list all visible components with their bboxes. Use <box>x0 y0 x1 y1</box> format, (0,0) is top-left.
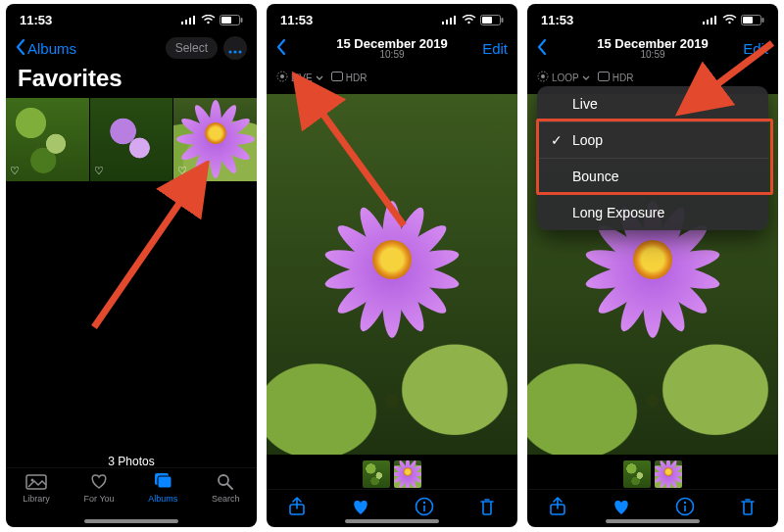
wifi-icon <box>201 15 216 24</box>
svg-point-8 <box>228 50 231 53</box>
heart-icon <box>611 503 632 519</box>
tab-search[interactable]: Search <box>212 472 240 504</box>
svg-point-4 <box>207 22 209 24</box>
info-button[interactable] <box>675 497 695 520</box>
svg-rect-21 <box>454 16 456 24</box>
tab-albums[interactable]: Albums <box>148 472 177 504</box>
favorite-button[interactable] <box>611 497 632 520</box>
chevron-left-icon <box>537 39 547 58</box>
back-button[interactable] <box>537 39 547 58</box>
edit-button[interactable]: Edit <box>482 40 508 57</box>
nav-bar: Albums Select <box>6 31 257 65</box>
svg-point-31 <box>423 502 425 504</box>
share-icon <box>288 503 306 519</box>
filmstrip-thumb[interactable] <box>363 460 390 488</box>
tab-library[interactable]: Library <box>23 472 50 504</box>
phone-photo-detail: 11:53 15 December 2019 10:59 Edit LIVE H… <box>267 4 517 527</box>
annotation-arrow <box>674 39 778 127</box>
status-time: 11:53 <box>541 13 573 27</box>
status-right <box>181 15 243 25</box>
photo-time: 10:59 <box>267 49 517 60</box>
svg-point-27 <box>280 74 284 78</box>
status-time: 11:53 <box>20 13 52 27</box>
hdr-badge: HDR <box>598 72 634 83</box>
info-icon <box>415 503 434 519</box>
chevron-left-icon <box>16 39 25 58</box>
svg-rect-44 <box>598 73 609 81</box>
phone-live-menu: 11:53 15 December 2019 10:59 Edit LOOP H… <box>527 4 778 527</box>
svg-point-22 <box>467 22 469 24</box>
status-bar: 11:53 <box>267 4 517 31</box>
menu-label: Live <box>572 96 598 112</box>
home-indicator[interactable] <box>84 519 178 523</box>
chevron-down-icon <box>582 73 590 83</box>
filmstrip-thumb[interactable] <box>394 460 421 488</box>
svg-rect-24 <box>482 17 492 24</box>
svg-point-38 <box>728 22 730 24</box>
favorite-thumbnail[interactable]: ♡ <box>6 98 89 181</box>
svg-rect-34 <box>703 22 705 24</box>
menu-item-long-exposure[interactable]: Long Exposure <box>537 195 768 230</box>
page-title: Favorites <box>6 65 257 98</box>
filmstrip <box>267 460 517 488</box>
nav-bar: 15 December 2019 10:59 Edit <box>267 31 517 65</box>
filmstrip-thumb[interactable] <box>655 460 682 488</box>
status-right <box>442 15 504 25</box>
live-icon <box>537 71 549 84</box>
svg-line-49 <box>686 43 772 108</box>
more-button[interactable] <box>223 36 247 60</box>
trash-button[interactable] <box>739 497 757 520</box>
filmstrip-thumb[interactable] <box>623 460 651 488</box>
signal-icon <box>181 15 197 24</box>
tab-foryou[interactable]: For You <box>84 472 115 504</box>
svg-rect-1 <box>185 20 187 24</box>
wifi-icon <box>722 15 737 24</box>
svg-rect-36 <box>710 18 712 24</box>
share-icon <box>549 503 566 519</box>
live-badge[interactable]: LOOP <box>537 71 590 84</box>
svg-point-47 <box>684 502 686 504</box>
svg-line-16 <box>227 484 232 489</box>
svg-rect-6 <box>221 17 231 24</box>
trash-button[interactable] <box>478 497 496 520</box>
share-button[interactable] <box>549 497 566 520</box>
trash-icon <box>739 503 757 519</box>
annotation-arrow <box>286 69 423 245</box>
home-indicator[interactable] <box>345 519 439 523</box>
annotation-arrow <box>84 161 221 337</box>
library-icon <box>25 472 47 492</box>
ellipsis-icon <box>228 40 242 57</box>
signal-icon <box>442 15 458 24</box>
back-button[interactable] <box>276 39 286 58</box>
favorite-button[interactable] <box>350 497 371 520</box>
annotation-frame <box>536 119 773 195</box>
svg-rect-7 <box>241 18 243 23</box>
back-label: Albums <box>27 40 76 57</box>
home-indicator[interactable] <box>606 519 700 523</box>
chevron-left-icon <box>276 39 286 58</box>
svg-rect-25 <box>502 18 504 23</box>
select-button[interactable]: Select <box>166 37 218 59</box>
svg-point-10 <box>238 50 241 53</box>
svg-rect-19 <box>446 20 448 24</box>
tab-label: Library <box>23 494 50 504</box>
tab-bar: Library For You Albums Search <box>6 467 257 527</box>
status-right <box>703 15 764 25</box>
albums-icon <box>152 472 173 492</box>
svg-rect-35 <box>707 20 709 24</box>
menu-label: Long Exposure <box>572 205 664 220</box>
info-button[interactable] <box>415 497 434 520</box>
svg-line-17 <box>94 170 202 327</box>
svg-rect-3 <box>193 16 195 24</box>
share-button[interactable] <box>288 497 306 520</box>
back-button[interactable]: Albums <box>16 39 76 58</box>
svg-line-33 <box>300 82 404 225</box>
photo-title: 15 December 2019 10:59 <box>267 36 517 60</box>
battery-icon <box>480 15 504 25</box>
heart-icon <box>350 503 371 519</box>
svg-rect-41 <box>762 18 764 23</box>
hdr-icon <box>598 72 610 83</box>
filmstrip <box>527 460 778 488</box>
battery-icon <box>741 15 764 25</box>
status-bar: 11:53 <box>527 4 778 31</box>
